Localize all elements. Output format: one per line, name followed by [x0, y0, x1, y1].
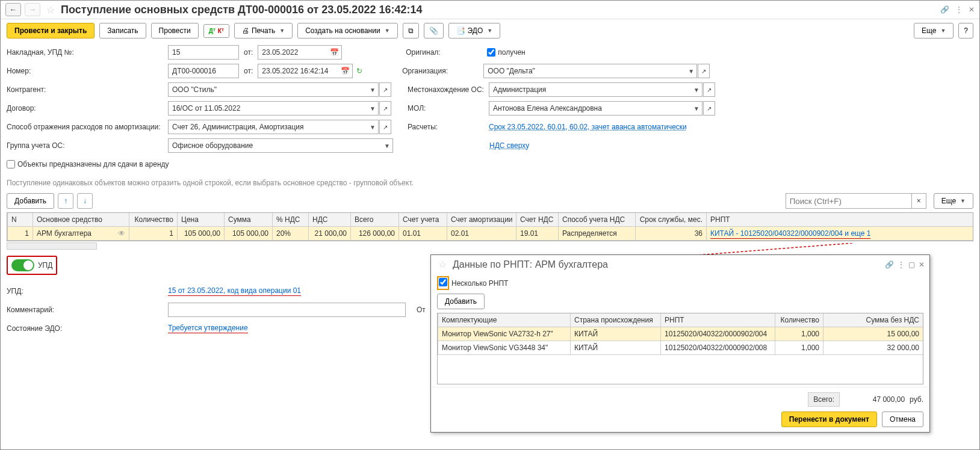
dtkt-button[interactable]: ДᵀКᵀ — [203, 24, 229, 38]
mol-label: МОЛ: — [408, 104, 489, 112]
favorite-star-icon[interactable]: ☆ — [46, 4, 55, 16]
open-icon[interactable]: ↗ — [379, 120, 391, 134]
original-received-checkbox[interactable]: получен — [487, 48, 525, 57]
total-label: Всего: — [808, 392, 840, 407]
lease-checkbox[interactable]: Объекты предназначены для сдачи в аренду — [7, 160, 169, 168]
contract-label: Договор: — [7, 104, 168, 112]
page-title: Поступление основных средств ДТ00-000016… — [61, 4, 937, 16]
calendar-icon[interactable]: 📅 — [341, 67, 350, 75]
help-button[interactable]: ? — [958, 23, 973, 39]
counterparty-label: Контрагент: — [7, 85, 168, 94]
calc-label: Расчеты: — [408, 123, 489, 131]
invoice-date-field[interactable]: 23.05.2022📅 — [258, 45, 342, 60]
clear-search-button[interactable]: × — [912, 193, 926, 209]
org-label: Организация: — [402, 67, 483, 75]
submit-button[interactable]: Перенести в документ — [781, 411, 877, 427]
popup-title: Данные по РНПТ: АРМ бухгалтера — [453, 259, 881, 270]
popup-link-icon[interactable]: 🔗 — [885, 260, 894, 269]
mol-field[interactable]: Антонова Елена Александровна▼↗ — [489, 101, 702, 116]
main-grid[interactable]: NОсновное средство КоличествоЦена Сумма%… — [7, 212, 973, 241]
scrollbar[interactable] — [7, 242, 97, 250]
popup-close-icon[interactable]: ✕ — [919, 260, 925, 269]
multi-rnpt-checkbox[interactable]: Несколько РНПТ — [437, 276, 923, 290]
comment-label: Комментарий: — [7, 306, 168, 314]
expense-method-field[interactable]: Счет 26, Администрация, Амортизация▼↗ — [168, 120, 379, 134]
nav-forward-button[interactable]: → — [25, 3, 40, 16]
table-row[interactable]: 1 АРМ бухгалтера 👁 1 105 000,00 105 000,… — [8, 227, 973, 241]
refresh-date-icon[interactable]: ↻ — [356, 67, 362, 75]
open-icon[interactable]: ↗ — [703, 82, 715, 97]
kebab-icon[interactable]: ⋮ — [955, 5, 963, 14]
nav-back-button[interactable]: ← — [5, 3, 21, 16]
edo-icon: 📑 — [456, 26, 465, 35]
comment-field[interactable] — [168, 303, 406, 317]
table-row[interactable]: Монитор ViewSonic VA2732-h 27"КИТАЙ 1012… — [438, 327, 923, 341]
upd-link[interactable]: 15 от 23.05.2022, код вида операции 01 — [168, 286, 301, 296]
org-field[interactable]: ООО "Дельта"▼↗ — [483, 64, 697, 78]
move-down-button[interactable]: ↓ — [77, 193, 93, 209]
open-icon[interactable]: ↗ — [698, 64, 710, 78]
structure-button[interactable]: ⧉ — [403, 23, 419, 39]
hint-text: Поступление одинаковых объектов можно от… — [7, 179, 973, 187]
upd-label: УПД: — [7, 287, 168, 295]
edo-state-label: Состояние ЭДО: — [7, 324, 168, 333]
popup-star-icon[interactable]: ☆ — [438, 259, 447, 270]
popup-kebab-icon[interactable]: ⋮ — [898, 260, 905, 269]
cancel-button[interactable]: Отмена — [882, 411, 923, 427]
number-field[interactable]: ДТ00-000016 — [168, 64, 239, 78]
open-icon[interactable]: ↗ — [703, 101, 715, 116]
open-icon[interactable]: ↗ — [379, 82, 391, 97]
original-label: Оригинал: — [406, 48, 487, 57]
rnpt-link[interactable]: КИТАЙ - 10125020/040322/0000902/004 и ещ… — [710, 229, 870, 239]
close-icon[interactable]: ✕ — [969, 5, 975, 14]
create-based-button[interactable]: Создать на основании▼ — [297, 23, 397, 39]
number-date-field[interactable]: 23.05.2022 16:42:14📅 — [258, 64, 353, 78]
total-value: 47 000,00 — [845, 395, 905, 404]
expense-method-label: Способ отражения расходов по амортизации… — [7, 123, 168, 131]
attach-button[interactable]: 📎 — [424, 23, 444, 39]
edo-button[interactable]: 📑 ЭДО▼ — [448, 23, 501, 39]
print-button[interactable]: 🖨 Печать ▼ — [234, 23, 293, 39]
contract-field[interactable]: 16/ОС от 11.05.2022▼↗ — [168, 101, 379, 116]
move-up-button[interactable]: ↑ — [58, 193, 73, 209]
popup-add-button[interactable]: Добавить — [437, 294, 485, 309]
printer-icon: 🖨 — [242, 26, 249, 35]
edo-state-link[interactable]: Требуется утверждение — [168, 324, 248, 333]
invoice-no-label: Накладная, УПД №: — [7, 48, 168, 57]
grid-more-button[interactable]: Еще▼ — [934, 193, 973, 209]
calendar-icon[interactable]: 📅 — [330, 48, 339, 57]
record-button[interactable]: Записать — [99, 23, 146, 39]
add-row-button[interactable]: Добавить — [7, 193, 54, 209]
more-button[interactable]: Еще▼ — [914, 23, 954, 39]
group-label: Группа учета ОС: — [7, 141, 168, 150]
open-icon[interactable]: ↗ — [379, 101, 391, 116]
eye-icon[interactable]: 👁 — [118, 229, 125, 238]
nds-link[interactable]: НДС сверху — [489, 141, 529, 150]
calc-link[interactable]: Срок 23.05.2022, 60.01, 60.02, зачет ава… — [489, 123, 687, 131]
post-and-close-button[interactable]: Провести и закрыть — [7, 23, 95, 39]
location-label: Местонахождение ОС: — [408, 85, 489, 94]
upd-toggle[interactable] — [11, 259, 34, 271]
location-field[interactable]: Администрация▼↗ — [489, 82, 702, 97]
group-field[interactable]: Офисное оборудование▼ — [168, 138, 393, 153]
search-input[interactable] — [786, 193, 912, 209]
rnpt-popup: ☆ Данные по РНПТ: АРМ бухгалтера 🔗 ⋮ ▢ ✕… — [430, 254, 930, 433]
table-row[interactable]: Монитор ViewSonic VG3448 34"КИТАЙ 101250… — [438, 341, 923, 355]
counterparty-field[interactable]: ООО "Стиль"▼↗ — [168, 82, 379, 97]
invoice-no-field[interactable]: 15 — [168, 45, 239, 60]
popup-maximize-icon[interactable]: ▢ — [908, 260, 915, 269]
number-label: Номер: — [7, 67, 168, 75]
link-icon[interactable]: 🔗 — [940, 5, 949, 14]
post-button[interactable]: Провести — [151, 23, 199, 39]
